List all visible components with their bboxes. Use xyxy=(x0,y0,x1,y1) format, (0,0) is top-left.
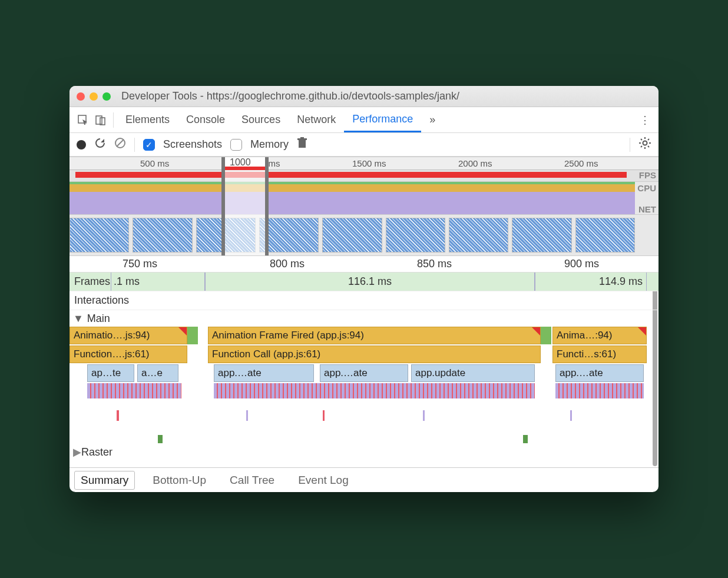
screenshot-thumb[interactable] xyxy=(70,218,129,253)
flame-mark[interactable] xyxy=(117,410,119,421)
screenshots-checkbox[interactable]: ✓ xyxy=(143,139,155,151)
overview-selection-handle[interactable]: 1000 xyxy=(221,157,269,170)
ruler-tick: 1500 ms xyxy=(352,158,386,168)
svg-line-4 xyxy=(117,139,124,147)
svg-line-16 xyxy=(648,139,649,140)
gear-icon[interactable] xyxy=(638,137,651,152)
window-titlebar: Developer Tools - https://googlechrome.g… xyxy=(70,86,658,107)
device-toggle-icon[interactable] xyxy=(92,114,110,126)
flame-bar[interactable]: Function….js:61) xyxy=(70,346,187,363)
flame-bar[interactable] xyxy=(87,383,181,398)
tab-eventlog[interactable]: Event Log xyxy=(292,471,355,489)
flame-bar[interactable] xyxy=(541,327,551,344)
memory-checkbox[interactable] xyxy=(230,139,242,151)
screenshot-thumb[interactable] xyxy=(133,218,192,253)
screenshot-thumb[interactable] xyxy=(575,218,635,253)
raster-section-header[interactable]: ▶ Raster xyxy=(70,444,658,460)
reload-icon[interactable] xyxy=(94,137,106,152)
flame-bar[interactable] xyxy=(187,327,198,344)
minimize-icon[interactable] xyxy=(90,92,98,101)
tab-summary[interactable]: Summary xyxy=(74,471,135,490)
chevron-down-icon: ▼ xyxy=(73,313,84,325)
devtools-window: Developer Tools - https://googlechrome.g… xyxy=(70,86,658,492)
tab-console[interactable]: Console xyxy=(178,107,233,132)
flame-bar[interactable]: Function Call (app.js:61) xyxy=(208,346,541,363)
tab-calltree[interactable]: Call Tree xyxy=(224,471,280,489)
detail-ruler[interactable]: 750 ms 800 ms 850 ms 900 ms xyxy=(70,256,658,273)
record-button[interactable] xyxy=(77,140,86,150)
flame-bar[interactable] xyxy=(555,383,644,398)
raster-mark[interactable] xyxy=(523,435,528,443)
flame-bar[interactable]: app.…ate xyxy=(555,364,644,382)
flame-mark[interactable] xyxy=(246,410,248,421)
chevron-right-icon: ▶ xyxy=(73,446,81,459)
window-title: Developer Tools - https://googlechrome.g… xyxy=(121,90,459,102)
flame-bar[interactable]: app.update xyxy=(411,364,535,382)
screenshots-row[interactable] xyxy=(70,214,658,255)
divider xyxy=(113,112,114,128)
screenshot-thumb[interactable] xyxy=(512,218,571,253)
interactions-row[interactable]: Interactions xyxy=(70,291,658,310)
tab-more[interactable]: » xyxy=(421,107,444,132)
frame-segment[interactable]: 114.9 ms xyxy=(535,273,647,291)
svg-line-13 xyxy=(641,139,642,140)
flame-chart[interactable]: Animatio….js:94) Animation Frame Fired (… xyxy=(70,327,658,444)
detail-pane[interactable]: 750 ms 800 ms 850 ms 900 ms Frames .1 ms… xyxy=(70,255,658,467)
close-icon[interactable] xyxy=(77,92,85,101)
flame-bar[interactable]: app.…ate xyxy=(214,364,314,382)
overview-selection[interactable] xyxy=(221,170,269,255)
raster-label: Raster xyxy=(81,446,112,459)
svg-rect-5 xyxy=(299,140,306,148)
fps-label: FPS xyxy=(639,170,656,180)
flame-bar[interactable]: ap…te xyxy=(87,364,134,382)
svg-rect-1 xyxy=(96,116,102,124)
flame-bar[interactable]: a…e xyxy=(137,364,178,382)
divider xyxy=(630,138,630,152)
main-label: Main xyxy=(87,313,110,325)
svg-line-14 xyxy=(648,146,649,147)
flame-bar[interactable] xyxy=(214,383,535,398)
ruler-tick: 2000 ms xyxy=(458,158,492,168)
panel-tabs: Elements Console Sources Network Perform… xyxy=(70,107,658,133)
trash-icon[interactable] xyxy=(297,137,307,152)
flame-bar[interactable]: Animatio….js:94) xyxy=(70,327,187,344)
screenshot-thumb[interactable] xyxy=(322,218,382,253)
cpu-row[interactable]: CPU NET xyxy=(70,181,658,214)
flame-bar[interactable]: Anima…:94) xyxy=(552,327,647,344)
main-section-header[interactable]: ▼ Main xyxy=(70,310,658,327)
inspect-icon[interactable] xyxy=(74,114,92,126)
screenshot-thumb[interactable] xyxy=(386,218,445,253)
tab-elements[interactable]: Elements xyxy=(117,107,178,132)
fps-row[interactable]: FPS xyxy=(70,170,658,181)
summary-tabs: Summary Bottom-Up Call Tree Event Log xyxy=(70,467,658,492)
svg-rect-6 xyxy=(297,138,307,140)
overview-ruler[interactable]: 500 ms 1000 ms 1500 ms 2000 ms 2500 ms 1… xyxy=(70,157,658,170)
overview-pane[interactable]: 500 ms 1000 ms 1500 ms 2000 ms 2500 ms 1… xyxy=(70,157,658,255)
clear-icon[interactable] xyxy=(114,137,126,152)
flame-bar[interactable]: app.…ate xyxy=(320,364,408,382)
svg-line-15 xyxy=(641,146,642,147)
maximize-icon[interactable] xyxy=(102,92,111,101)
flame-mark[interactable] xyxy=(323,410,325,421)
ruler-tick: 850 ms xyxy=(417,258,452,270)
flame-bar[interactable]: Functi…s:61) xyxy=(552,346,647,363)
svg-point-8 xyxy=(643,141,647,145)
ruler-tick: 900 ms xyxy=(564,258,599,270)
memory-label: Memory xyxy=(250,138,289,151)
tab-sources[interactable]: Sources xyxy=(233,107,289,132)
flame-bar[interactable]: Animation Frame Fired (app.js:94) xyxy=(208,327,541,344)
tab-network[interactable]: Network xyxy=(289,107,344,132)
flame-mark[interactable] xyxy=(570,410,572,421)
svg-rect-2 xyxy=(100,118,105,125)
raster-mark[interactable] xyxy=(158,435,163,443)
kebab-menu-icon[interactable]: ⋮ xyxy=(636,114,654,127)
flame-mark[interactable] xyxy=(423,410,425,421)
frames-row[interactable]: Frames .1 ms 116.1 ms 114.9 ms xyxy=(70,273,658,291)
frame-segment[interactable]: .1 ms xyxy=(111,273,205,291)
tab-bottomup[interactable]: Bottom-Up xyxy=(147,471,212,489)
ruler-tick: 500 ms xyxy=(140,158,169,168)
tab-performance[interactable]: Performance xyxy=(344,107,421,132)
screenshot-thumb[interactable] xyxy=(449,218,508,253)
frame-segment[interactable]: 116.1 ms xyxy=(205,273,535,291)
svg-rect-7 xyxy=(300,137,304,138)
